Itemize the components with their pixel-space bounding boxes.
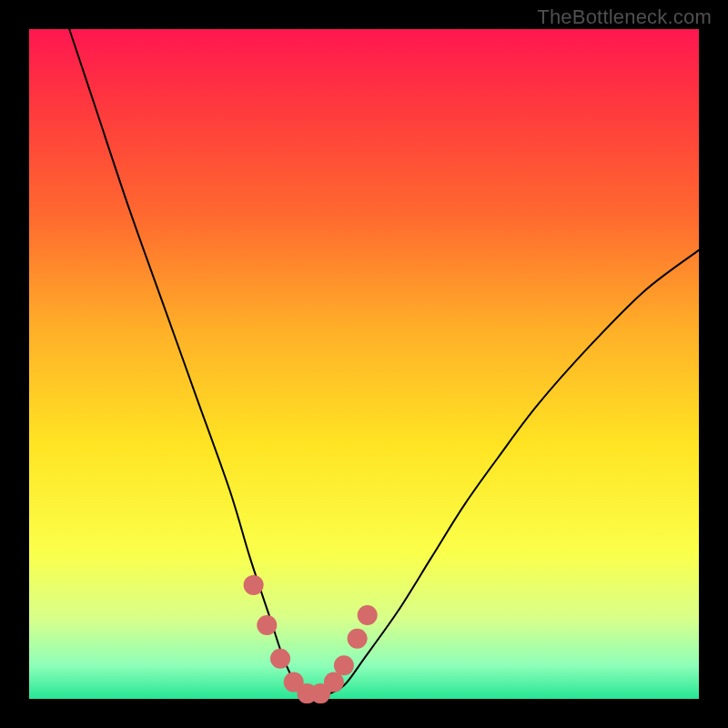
highlight-marker <box>244 575 264 595</box>
watermark-text: TheBottleneck.com <box>537 5 712 29</box>
bottleneck-curve <box>69 29 699 697</box>
curve-svg <box>29 29 699 699</box>
highlight-marker <box>334 655 354 675</box>
highlight-marker <box>358 605 378 625</box>
highlight-marker <box>270 649 290 669</box>
outer-frame: TheBottleneck.com <box>0 0 728 728</box>
plot-area <box>29 29 699 699</box>
highlight-markers <box>244 575 378 703</box>
highlight-marker <box>348 629 368 649</box>
highlight-marker <box>257 615 277 635</box>
highlight-marker <box>324 672 344 693</box>
